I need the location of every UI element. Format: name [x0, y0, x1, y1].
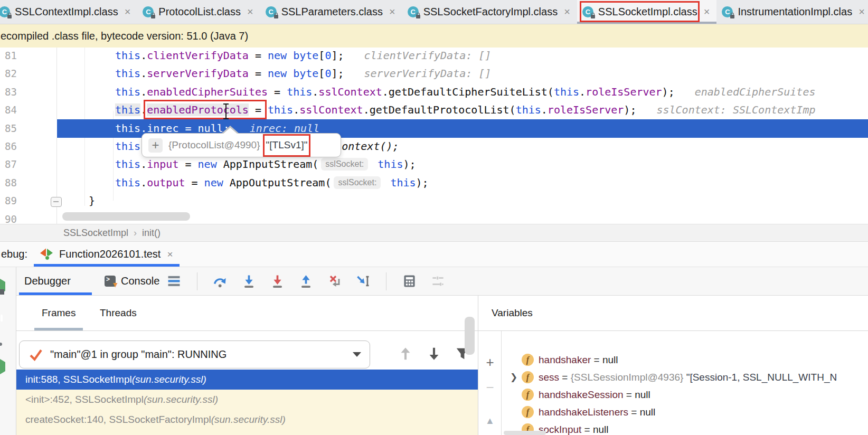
code-editor[interactable]: 81 this.clientVerifyData = new byte[0];c… [0, 48, 868, 224]
variable-row[interactable]: f handshaker = null [502, 351, 868, 368]
resume-program-button[interactable] [0, 362, 8, 376]
add-watch-button[interactable]: + [478, 354, 502, 371]
tab-debugger[interactable]: Debugger [24, 267, 71, 295]
code-token [217, 158, 223, 171]
editor-tab-sslsocketimpl-class[interactable]: C SSLSocketImpl.class × [577, 0, 717, 24]
frame-row[interactable]: createSocket:140, SSLSocketFactoryImpl (… [16, 410, 478, 430]
watch-up-button[interactable]: ▲ [478, 415, 502, 427]
code-token: ]; [331, 67, 344, 80]
line-number: 88 [5, 174, 17, 192]
code-token: . [312, 86, 318, 98]
close-icon[interactable]: × [704, 6, 710, 18]
code-line-89[interactable]: 89 } [0, 192, 868, 210]
frame-row[interactable]: <init>:452, SSLSocketImpl (sun.security.… [16, 390, 478, 410]
view-breakpoints-button[interactable] [0, 340, 8, 354]
thread-selector-dropdown[interactable]: "main"@1 in group "main": RUNNING [19, 341, 370, 368]
code-line-81[interactable]: 81 this.clientVerifyData = new byte[0];c… [0, 48, 868, 65]
editor-tab-sslcontextimpl-class[interactable]: C SSLContextImpl.class × [0, 0, 137, 24]
stop-button[interactable] [0, 311, 8, 325]
variable-name: handshaker [539, 354, 591, 366]
horizontal-scrollbar-thumb[interactable] [62, 212, 190, 221]
code-line-88[interactable]: 88 this.output = new AppOutputStream(ssl… [0, 174, 868, 192]
code-token: getDefaultProtocolList [370, 103, 510, 116]
code-token: = [178, 122, 197, 135]
close-icon[interactable]: × [564, 6, 570, 18]
code-token: this [516, 103, 541, 116]
variable-string-value: "[Session-1, SSL_NULL_WITH_N [686, 372, 837, 383]
code-token: . [140, 158, 147, 171]
expand-value-button[interactable]: + [148, 138, 163, 153]
close-icon[interactable]: × [858, 6, 865, 18]
breadcrumb-class[interactable]: SSLSocketImpl [63, 228, 128, 239]
code-token: new [204, 176, 223, 189]
lock-badge-icon [416, 15, 420, 18]
debug-toolbar: Debugger ▾ Console [0, 267, 868, 296]
code-line-83[interactable]: 83 this.enabledCipherSuites = this.sslCo… [0, 83, 868, 101]
breadcrumb: SSLSocketImpl › init() [0, 224, 868, 242]
remove-watch-button[interactable]: − [478, 380, 502, 396]
code-token: ( [510, 103, 516, 116]
code-token: new byte [268, 49, 318, 62]
debug-label: ebug: [1, 248, 27, 260]
code-line-82[interactable]: 82 this.serverVerifyData = new byte[0];s… [0, 64, 868, 83]
code-token: this [554, 86, 579, 98]
variable-row[interactable]: f handshakeListeners = null [502, 403, 868, 421]
tab-console[interactable]: ▾ Console [105, 267, 159, 295]
close-icon[interactable]: × [247, 6, 253, 18]
variable-row[interactable]: ❯ f sess = {SSLSessionImpl@4936} "[Sessi… [502, 368, 868, 386]
frames-panel-header: Frames Threads [16, 296, 478, 331]
code-line-85[interactable]: 85 this.inrec = null;inrec: null [0, 119, 868, 138]
fold-region-icon[interactable] [51, 197, 62, 207]
code-line-86[interactable]: 86 thisontext(); [0, 137, 868, 156]
close-icon[interactable]: × [167, 249, 173, 260]
move-up-button[interactable] [398, 345, 413, 362]
code-line-87[interactable]: 87 this.input = new AppInputStream(sslSo… [0, 155, 868, 174]
sliders-button[interactable] [431, 274, 445, 288]
step-out-button[interactable] [299, 274, 313, 288]
code-token: roleIsServer [586, 86, 662, 98]
code-token: inrec [147, 122, 178, 135]
editor-tab-instrumentationimpl-clas[interactable]: C InstrumentationImpl.clas × [716, 0, 868, 24]
editor-tab-sslparameters-class[interactable]: C SSLParameters.class × [260, 0, 402, 24]
step-over-button[interactable] [213, 274, 228, 288]
force-step-into-button[interactable] [270, 274, 285, 288]
step-into-button[interactable] [242, 274, 256, 288]
code-token: = [249, 49, 268, 62]
variables-scrollbar-thumb[interactable] [504, 431, 546, 435]
frames-scrollbar-thumb[interactable] [465, 317, 475, 355]
code-line-84[interactable]: 84 this.enabledProtocols = this.sslConte… [0, 101, 868, 119]
code-token: ); [662, 86, 675, 98]
frame-package: (sun.security.ssl) [211, 414, 286, 425]
drop-frame-button[interactable] [327, 274, 342, 288]
editor-tab-protocollist-class[interactable]: C ProtocolList.class × [137, 0, 260, 24]
chevron-right-icon[interactable]: › [0, 409, 8, 422]
frame-package: (sun.security.ssl) [144, 394, 218, 405]
thread-status-check-icon [28, 347, 44, 363]
breadcrumb-separator-icon: › [134, 228, 137, 239]
variable-row[interactable]: f sockInput = null [502, 421, 868, 435]
line-number: 84 [5, 101, 17, 119]
code-token: . [541, 103, 548, 116]
evaluate-expression-button[interactable] [402, 274, 417, 288]
expand-chevron-icon[interactable]: ❯ [506, 372, 522, 383]
close-icon[interactable]: × [389, 6, 395, 18]
tab-label: InstrumentationImpl.clas [738, 6, 852, 18]
layout-menu-button[interactable] [167, 274, 181, 288]
run-to-cursor-button[interactable] [356, 274, 370, 288]
rerun-debug-button[interactable] [0, 282, 8, 296]
code-token: } [89, 194, 95, 207]
code-token: null [198, 122, 223, 135]
breadcrumb-method[interactable]: init() [142, 228, 161, 239]
move-down-button[interactable] [426, 345, 442, 362]
frame-row[interactable]: createSocket:81, SSLProtocolSocketFactor… [16, 430, 478, 435]
variable-row[interactable]: f handshakeSession = null [502, 386, 868, 403]
double-chevron-button[interactable]: » [478, 430, 502, 435]
tab-frames[interactable]: Frames [42, 296, 76, 330]
editor-tab-sslsocketfactoryimpl-class[interactable]: C SSLSocketFactoryImpl.class × [402, 0, 577, 24]
tab-threads[interactable]: Threads [100, 296, 137, 330]
debug-session-tab[interactable]: Function2026101.test × [34, 242, 179, 267]
variable-name: handshakeSession [539, 389, 624, 401]
close-icon[interactable]: × [125, 6, 131, 18]
class-icon: C [408, 6, 419, 17]
frame-row[interactable]: init:588, SSLSocketImpl (sun.security.ss… [16, 370, 478, 390]
